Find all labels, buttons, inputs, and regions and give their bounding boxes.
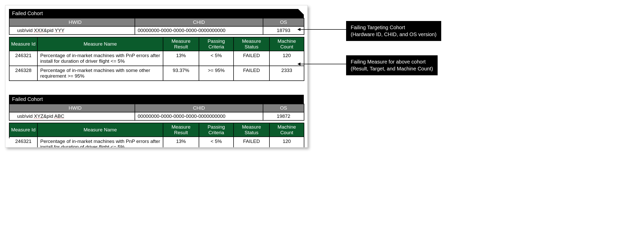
mh-result: Measure Result	[163, 37, 199, 51]
m-status: FAILED	[234, 66, 269, 81]
col-header-hwid: HWID	[9, 104, 135, 112]
cell-chid: 00000000-0000-0000-0000-0000000000	[135, 112, 263, 120]
hwid-mid: &pid	[43, 113, 53, 119]
hwid-part-b: YYY	[55, 28, 64, 33]
m-crit: < 5%	[199, 137, 234, 148]
mh-crit: Passing Criteria	[199, 37, 234, 51]
m-crit: >= 95%	[199, 66, 234, 81]
mh-status: Measure Status	[234, 37, 269, 51]
m-id: 246321	[9, 51, 37, 66]
annotation-arrow	[300, 64, 346, 64]
m-name: Percentage of in-market machines with so…	[37, 66, 163, 81]
mh-status: Measure Status	[234, 123, 269, 137]
cohort-title: Failed Cohort	[9, 9, 304, 18]
measures-table: Measure Id Measure Name Measure Result P…	[9, 37, 304, 81]
m-result: 93.37%	[163, 66, 199, 81]
measure-row: 246328 Percentage of in-market machines …	[9, 66, 304, 81]
report-card: Failed Cohort HWID CHID OS usb\vid XXX&p…	[5, 5, 308, 148]
m-count: 120	[269, 137, 304, 148]
diagram-stage: Failed Cohort HWID CHID OS usb\vid XXX&p…	[5, 5, 639, 225]
hwid-prefix: usb\vid	[17, 28, 33, 33]
hwid-prefix: usb\vid	[17, 113, 33, 119]
m-result: 13%	[163, 137, 199, 148]
annotation-cohort: Failing Targeting Cohort (Hardware ID, C…	[346, 21, 441, 41]
mh-result: Measure Result	[163, 123, 199, 137]
cohort-header-table: HWID CHID OS usb\vid XXX&pid YYY 0000000…	[9, 18, 304, 35]
mh-id: Measure Id	[9, 37, 37, 51]
mh-count: Machine Count	[269, 123, 304, 137]
cohort-row: usb\vid XXX&pid YYY 00000000-0000-0000-0…	[9, 26, 304, 35]
measure-row: 246321 Percentage of in-market machines …	[9, 51, 304, 66]
m-name: Percentage of in-market machines with Pn…	[37, 51, 163, 66]
annotation-measure: Failing Measure for above cohort (Result…	[346, 55, 438, 75]
col-header-hwid: HWID	[9, 18, 135, 26]
cell-hwid: usb\vid XXX&pid YYY	[9, 26, 135, 35]
corner-cut-bottom-left	[5, 134, 18, 148]
measure-row: 246321 Percentage of in-market machines …	[9, 137, 304, 148]
annotation-arrow	[300, 29, 346, 30]
hwid-mid: &pid	[44, 28, 54, 33]
mh-count: Machine Count	[269, 37, 304, 51]
measures-table: Measure Id Measure Name Measure Result P…	[9, 123, 304, 148]
cell-os: 19872	[263, 112, 304, 120]
annotation-line: Failing Targeting Cohort	[351, 25, 405, 30]
m-crit: < 5%	[199, 51, 234, 66]
m-id: 246328	[9, 66, 37, 81]
col-header-chid: CHID	[135, 18, 263, 26]
col-header-os: OS	[263, 18, 304, 26]
hwid-part-a: XYZ	[34, 113, 43, 119]
cell-chid: 00000000-0000-0000-0000-0000000000	[135, 26, 263, 35]
cohort-row: usb\vid XYZ&pid ABC 00000000-0000-0000-0…	[9, 112, 304, 120]
col-header-chid: CHID	[135, 104, 263, 112]
cohort-title: Failed Cohort	[9, 95, 304, 104]
m-result: 13%	[163, 51, 199, 66]
hwid-part-b: ABC	[54, 113, 64, 119]
cohort-header-table: HWID CHID OS usb\vid XYZ&pid ABC 0000000…	[9, 104, 304, 121]
mh-name: Measure Name	[37, 123, 163, 137]
corner-cut-top-right	[294, 5, 308, 18]
hwid-part-a: XXX	[34, 28, 44, 33]
annotation-line: Failing Measure for above cohort	[351, 59, 426, 65]
m-name: Percentage of in-market machines with Pn…	[37, 137, 163, 148]
annotation-line: (Result, Target, and Machine Count)	[351, 66, 433, 71]
m-count: 2333	[269, 66, 304, 81]
m-status: FAILED	[234, 51, 269, 66]
col-header-os: OS	[263, 104, 304, 112]
m-status: FAILED	[234, 137, 269, 148]
annotation-line: (Hardware ID, CHID, and OS version)	[351, 32, 437, 37]
mh-name: Measure Name	[37, 37, 163, 51]
mh-crit: Passing Criteria	[199, 123, 234, 137]
cell-hwid: usb\vid XYZ&pid ABC	[9, 112, 135, 120]
